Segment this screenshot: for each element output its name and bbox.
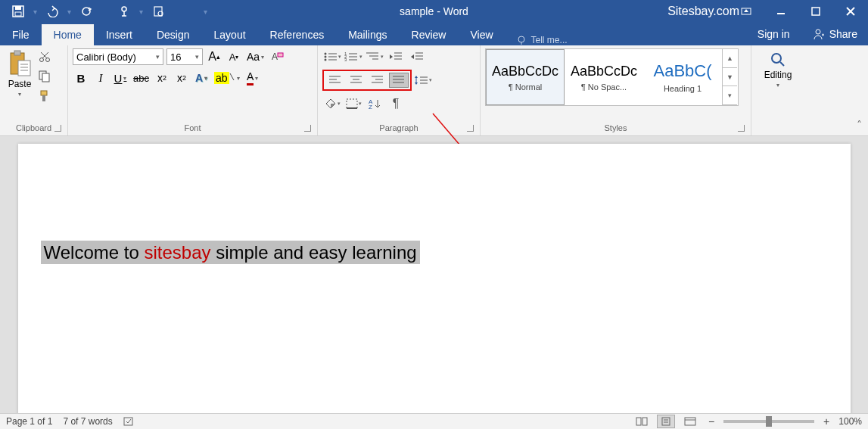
page-status[interactable]: Page 1 of 1 [6,416,52,427]
align-right-button[interactable] [368,73,387,88]
cut-button[interactable] [38,50,53,65]
subscript-button[interactable]: x2 [154,70,170,86]
clear-formatting-button[interactable]: A [269,48,285,65]
print-preview-icon[interactable] [149,2,167,20]
borders-button[interactable]: ▾ [344,95,363,112]
style-no-spacing[interactable]: AaBbCcDc ¶ No Spac... [565,49,643,105]
signin-button[interactable]: Sign in [747,28,801,40]
svg-rect-32 [278,53,283,57]
style-normal[interactable]: AaBbCcDc ¶ Normal [486,49,565,105]
editing-button[interactable]: Editing ▾ [761,48,795,92]
font-name-select[interactable]: Calibri (Body)▾ [73,48,163,65]
show-hide-button[interactable]: ¶ [386,95,406,112]
superscript-button[interactable]: x2 [173,70,190,86]
qat-customize-icon[interactable]: ▾ [204,8,207,16]
zoom-in-button[interactable]: + [820,415,832,427]
touch-mode-icon[interactable] [115,2,133,20]
justify-button[interactable] [389,73,409,88]
svg-point-12 [518,36,524,42]
redo-icon[interactable] [77,2,95,20]
alignment-highlight-box [322,70,412,91]
svg-rect-1 [15,6,21,10]
copy-button[interactable] [38,70,53,85]
strikethrough-button[interactable]: abc [132,70,151,86]
style-name: ¶ No Spac... [581,82,627,92]
numbering-button[interactable]: 123▾ [344,48,363,65]
shading-button[interactable]: ▾ [322,95,342,112]
font-size-select[interactable]: 16▾ [166,48,203,65]
italic-button[interactable]: I [92,70,109,86]
increase-indent-button[interactable] [407,48,427,65]
chevron-down-icon: ▾ [156,53,160,61]
pen-icon [229,73,235,83]
decrease-indent-button[interactable] [386,48,406,65]
tab-insert[interactable]: Insert [94,24,145,45]
minimize-icon[interactable] [764,0,798,23]
styles-gallery: AaBbCcDc ¶ Normal AaBbCcDc ¶ No Spac... … [485,48,739,106]
svg-point-4 [122,7,126,11]
bullets-button[interactable]: ▾ [322,48,342,65]
tab-file[interactable]: File [0,24,42,45]
multilevel-list-button[interactable]: ▾ [365,48,384,65]
svg-point-36 [325,56,327,58]
app-title: sample - Word [400,5,468,17]
tab-review[interactable]: Review [400,24,459,45]
styles-expand[interactable]: ▾ [723,86,737,105]
grow-font-button[interactable]: A▴ [206,48,222,65]
highlight-button[interactable]: ab▾ [213,70,241,86]
tab-home[interactable]: Home [42,24,94,45]
style-heading1[interactable]: AaBbC( Heading 1 [643,49,722,105]
tab-mailings[interactable]: Mailings [336,24,399,45]
qat-separator: ▾ [67,8,71,16]
styles-scroll-down[interactable]: ▼ [723,68,737,87]
svg-rect-19 [18,61,30,76]
save-icon[interactable] [9,2,27,20]
svg-point-75 [772,54,781,63]
sort-button[interactable]: AZ [365,95,384,112]
ribbon-display-icon[interactable] [729,0,764,23]
paste-icon [8,50,32,77]
svg-line-25 [42,52,48,58]
selected-text[interactable]: Welcome to sitesbay simple and easy lear… [41,241,420,264]
text-effects-button[interactable]: A▾ [193,70,210,86]
format-painter-button[interactable] [38,89,53,104]
tab-view[interactable]: View [458,24,505,45]
collapse-ribbon-button[interactable]: ˄ [857,119,862,131]
bulb-icon [516,35,527,45]
print-layout-button[interactable] [657,415,675,428]
tell-me-input[interactable]: Tell me... [506,35,578,45]
svg-rect-78 [124,418,132,425]
zoom-slider[interactable] [723,420,814,423]
read-mode-button[interactable] [633,415,651,428]
close-icon[interactable] [833,0,868,23]
paragraph-group-label: Paragraph [322,122,475,134]
share-button[interactable]: Share [801,27,868,41]
zoom-out-button[interactable]: − [705,415,717,427]
paste-button[interactable]: Paste ▾ [5,48,35,99]
underline-button[interactable]: U▾ [112,70,129,86]
tab-layout[interactable]: Layout [202,24,258,45]
tab-design[interactable]: Design [145,24,202,45]
styles-scroll-up[interactable]: ▲ [723,49,737,68]
tab-references[interactable]: References [258,24,337,45]
document-page[interactable]: Welcome to sitesbay simple and easy lear… [18,144,851,413]
zoom-level[interactable]: 100% [838,416,862,427]
maximize-icon[interactable] [798,0,833,23]
font-color-button[interactable]: A▾ [244,70,261,86]
svg-point-3 [82,8,90,15]
align-left-button[interactable] [325,73,345,88]
undo-icon[interactable] [43,2,61,20]
align-center-button[interactable] [347,73,366,88]
chevron-down-icon: ▾ [18,91,21,98]
svg-rect-71 [347,99,357,108]
line-spacing-button[interactable]: ▾ [413,72,433,89]
svg-rect-84 [685,418,695,425]
styles-group-label: Styles [485,122,746,134]
proofing-icon[interactable] [123,416,135,427]
change-case-button[interactable]: Aa▾ [245,48,266,65]
bold-button[interactable]: B [73,70,89,86]
word-count[interactable]: 7 of 7 words [63,416,112,427]
shrink-font-button[interactable]: A▾ [226,48,242,65]
web-layout-button[interactable] [681,415,699,428]
style-preview: AaBbCcDc [492,64,558,79]
